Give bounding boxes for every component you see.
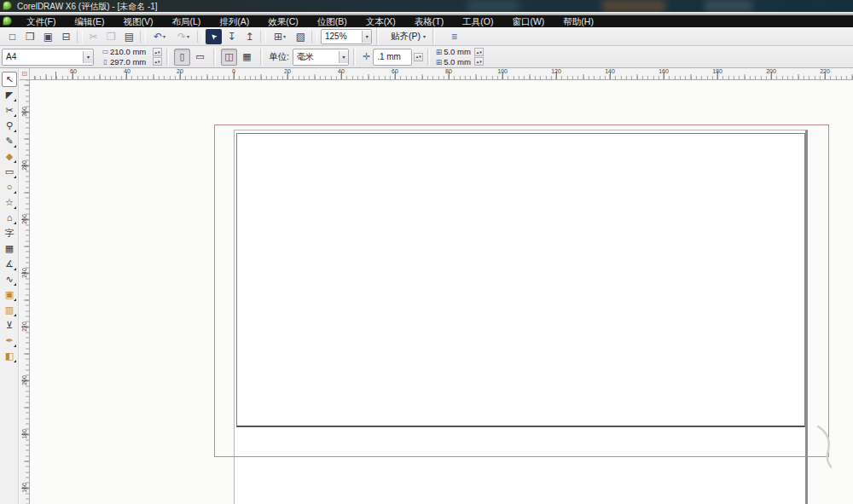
- menu-item[interactable]: 工具(O): [453, 15, 502, 27]
- units-combo[interactable]: ▾: [293, 49, 349, 66]
- menu-item[interactable]: 布局(L): [162, 15, 210, 27]
- toolbar-separator[interactable]: ▾: [140, 30, 146, 43]
- open-button[interactable]: ❒▾: [22, 29, 38, 44]
- toolbar-button-icon: ↥: [245, 32, 253, 42]
- polygon-tool[interactable]: ☆: [2, 194, 17, 210]
- paper-width-field[interactable]: 210.0 mm: [110, 47, 151, 56]
- snap-to-button[interactable]: 贴齐(P) ▾: [388, 29, 428, 44]
- width-stepper[interactable]: ▴▾: [153, 48, 162, 56]
- propbar-separator: [427, 49, 430, 66]
- toolbar-button-icon: ❒: [26, 32, 35, 42]
- tool-icon: ○: [7, 182, 13, 192]
- duplicate-distance-y-field[interactable]: 5.0 mm: [444, 57, 473, 67]
- flyout-arrow-icon: [14, 345, 16, 347]
- new-document-button[interactable]: □▾: [4, 29, 20, 44]
- text-tool[interactable]: 字: [2, 225, 17, 240]
- flyout-arrow-icon: [14, 191, 16, 194]
- paper-height-field[interactable]: 297.0 mm: [110, 57, 151, 67]
- shape-tool[interactable]: ◤: [2, 87, 17, 102]
- coreldraw-logo-icon[interactable]: [3, 1, 12, 10]
- tool-icon: ◤: [6, 90, 13, 100]
- horizontal-ruler[interactable]: 604020020406080100120140160180200220: [30, 68, 853, 80]
- menu-item[interactable]: 文件(F): [17, 15, 65, 27]
- duplicate-x-stepper[interactable]: ▴▾: [474, 48, 484, 56]
- import-button[interactable]: ↧▾: [223, 29, 240, 44]
- toolbar-separator[interactable]: ▾: [260, 30, 266, 43]
- menu-item[interactable]: 视图(V): [113, 15, 162, 27]
- vertical-ruler[interactable]: 300280260240220200180160: [20, 80, 30, 504]
- cut-button[interactable]: ✂▾: [85, 29, 102, 44]
- propbar-separator: [213, 49, 216, 66]
- blend-tool[interactable]: ▣: [2, 287, 17, 302]
- menu-item[interactable]: 表格(T): [405, 15, 453, 27]
- menu-item[interactable]: 帮助(H): [554, 15, 603, 27]
- connector-tool[interactable]: ∿: [2, 271, 17, 287]
- landscape-icon: ▭: [195, 51, 204, 62]
- nudge-offset-field[interactable]: [373, 49, 412, 66]
- fill-tool[interactable]: ◧: [2, 348, 17, 363]
- toolbar-separator[interactable]: ▾: [197, 30, 203, 43]
- drawing-canvas[interactable]: [30, 80, 853, 504]
- toolbar-separator[interactable]: ▾: [311, 30, 317, 43]
- pick-tool[interactable]: ↖: [2, 72, 17, 87]
- ruler-label: 200: [766, 68, 776, 74]
- menu-item[interactable]: 文本(X): [357, 15, 405, 27]
- table-tool[interactable]: ▦: [2, 240, 17, 256]
- flyout-arrow-icon: [14, 114, 16, 117]
- print-button[interactable]: ⊟▾: [58, 29, 74, 44]
- freehand-tool[interactable]: ✎: [2, 133, 17, 148]
- options-button[interactable]: ≡: [446, 29, 462, 44]
- menu-item[interactable]: 窗口(W): [502, 15, 554, 27]
- layout-current-page-button[interactable]: ▦: [239, 49, 255, 66]
- welcome-screen-button[interactable]: ▧▾: [293, 29, 309, 44]
- toolbar-separator[interactable]: ▾: [77, 30, 83, 43]
- menu-item[interactable]: 编辑(E): [65, 15, 113, 27]
- ruler-label: 180: [19, 426, 29, 443]
- basic-shapes-tool[interactable]: ⌂: [2, 210, 17, 225]
- chevron-down-icon[interactable]: ▾: [339, 51, 348, 63]
- transparency-tool[interactable]: ⊻: [2, 317, 17, 333]
- search-content-button[interactable]: ➤▾: [206, 29, 222, 44]
- application-launcher-button[interactable]: ⊞▾: [269, 29, 291, 44]
- dimension-tool[interactable]: ∡: [2, 256, 17, 271]
- rectangle-tool[interactable]: ▭: [2, 164, 17, 179]
- red-rectangle-object[interactable]: [214, 125, 829, 457]
- document-app-icon[interactable]: [3, 16, 12, 26]
- menu-item[interactable]: 排列(A): [210, 15, 258, 27]
- menu-item[interactable]: 效果(C): [258, 15, 308, 27]
- nudge-offset-value[interactable]: [374, 52, 411, 61]
- ruler-origin-corner[interactable]: ⊡: [20, 68, 30, 80]
- shadow-tool[interactable]: ▥: [2, 302, 17, 317]
- undo-button[interactable]: ↶▾: [148, 29, 171, 44]
- redo-button[interactable]: ↷▾: [172, 29, 194, 44]
- page-size-preset-value[interactable]: [3, 52, 83, 61]
- units-value[interactable]: [293, 52, 339, 61]
- export-button[interactable]: ↥▾: [241, 29, 258, 44]
- duplicate-distance-x-field[interactable]: 5.0 mm: [444, 47, 473, 56]
- landscape-orientation-button[interactable]: ▭: [192, 49, 208, 66]
- crop-tool[interactable]: ✂: [2, 102, 17, 118]
- zoom-level-combo[interactable]: ▾: [321, 29, 372, 44]
- paste-button[interactable]: ▤▾: [121, 29, 137, 44]
- save-button[interactable]: ▣▾: [40, 29, 56, 44]
- zoom-tool[interactable]: ⚲: [2, 118, 17, 133]
- title-bar[interactable]: CorelDRAW X6 (评估版) - [未命名 -1]: [0, 0, 853, 12]
- menu-item[interactable]: 位图(B): [308, 15, 357, 27]
- flyout-arrow-icon: [14, 99, 16, 101]
- eyedropper-tool[interactable]: ✒: [2, 333, 17, 348]
- ellipse-tool[interactable]: ○: [2, 179, 17, 194]
- current-page-icon: ▦: [242, 51, 251, 62]
- nudge-stepper[interactable]: ▴▾: [414, 53, 423, 61]
- chevron-down-icon[interactable]: ▾: [362, 31, 371, 43]
- height-stepper[interactable]: ▴▾: [153, 57, 162, 66]
- page-size-preset-combo[interactable]: ▾: [2, 49, 94, 66]
- portrait-orientation-button[interactable]: ▯: [174, 49, 190, 66]
- copy-button[interactable]: ❐▾: [103, 29, 119, 44]
- stray-curve-mark: [780, 421, 832, 502]
- propbar-separator: [353, 49, 356, 66]
- zoom-level-value[interactable]: [322, 32, 362, 41]
- chevron-down-icon[interactable]: ▾: [83, 51, 93, 63]
- duplicate-y-stepper[interactable]: ▴▾: [474, 57, 484, 66]
- smart-fill-tool[interactable]: ◆: [2, 148, 17, 164]
- layout-all-pages-button[interactable]: ◫: [221, 49, 237, 66]
